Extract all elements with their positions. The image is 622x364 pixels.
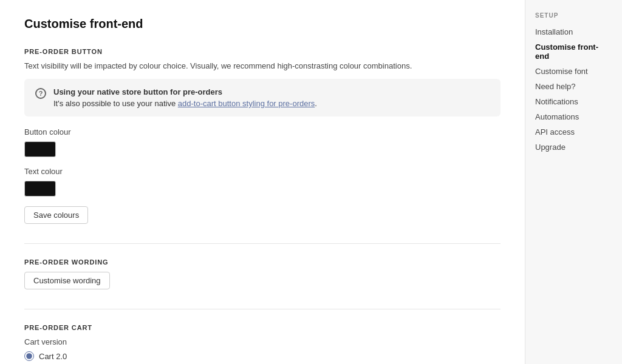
pre-order-button-description: Text visibility will be impacted by colo… bbox=[24, 61, 501, 70]
info-body-prefix: It's also possible to use your native bbox=[53, 99, 178, 108]
cart-version-label: Cart version bbox=[24, 337, 501, 346]
sidebar-link-api-access[interactable]: API access bbox=[535, 127, 612, 136]
sidebar-item-api-access[interactable]: API access bbox=[535, 127, 612, 136]
pre-order-button-section: PRE-ORDER BUTTON Text visibility will be… bbox=[24, 48, 501, 226]
pre-order-cart-label: PRE-ORDER CART bbox=[24, 324, 501, 331]
sidebar-link-upgrade[interactable]: Upgrade bbox=[535, 143, 612, 152]
pre-order-wording-label: PRE-ORDER WORDING bbox=[24, 258, 501, 266]
sidebar-link-customise-frontend[interactable]: Customise front-end bbox=[535, 42, 612, 61]
text-colour-swatch[interactable] bbox=[24, 181, 56, 197]
pre-order-cart-section: PRE-ORDER CART Cart version Cart 2.0 Ski… bbox=[24, 324, 501, 364]
divider-2 bbox=[24, 309, 501, 309]
sidebar-section-label: SETUP bbox=[535, 12, 612, 19]
sidebar-item-notifications[interactable]: Notifications bbox=[535, 97, 612, 106]
cart-2-radio[interactable] bbox=[24, 351, 34, 361]
sidebar-item-automations[interactable]: Automations bbox=[535, 112, 612, 121]
info-box-title: Using your native store button for pre-o… bbox=[53, 87, 317, 96]
sidebar-item-upgrade[interactable]: Upgrade bbox=[535, 143, 612, 152]
info-body-suffix: . bbox=[315, 99, 317, 108]
info-box-text: Using your native store button for pre-o… bbox=[53, 87, 317, 108]
cart-2-label: Cart 2.0 bbox=[39, 352, 67, 361]
main-content: Customise front-end PRE-ORDER BUTTON Tex… bbox=[0, 0, 525, 364]
button-colour-swatch[interactable] bbox=[24, 141, 56, 157]
button-colour-label: Button colour bbox=[24, 127, 501, 136]
save-colours-button[interactable]: Save colours bbox=[24, 206, 88, 224]
cart-version-radio-group: Cart 2.0 bbox=[24, 351, 501, 361]
text-colour-label: Text colour bbox=[24, 167, 501, 176]
sidebar-link-installation[interactable]: Installation bbox=[535, 27, 612, 36]
sidebar-link-customise-font[interactable]: Customise font bbox=[535, 67, 612, 76]
divider-1 bbox=[24, 243, 501, 244]
customise-wording-button[interactable]: Customise wording bbox=[24, 272, 110, 289]
sidebar-item-customise-frontend[interactable]: Customise front-end bbox=[535, 42, 612, 61]
sidebar-link-automations[interactable]: Automations bbox=[535, 112, 612, 121]
pre-order-button-label: PRE-ORDER BUTTON bbox=[24, 48, 501, 55]
sidebar-link-need-help[interactable]: Need help? bbox=[535, 82, 612, 91]
pre-order-wording-section: PRE-ORDER WORDING Customise wording bbox=[24, 258, 501, 292]
info-link[interactable]: add-to-cart button styling for pre-order… bbox=[178, 99, 315, 108]
sidebar-item-installation[interactable]: Installation bbox=[535, 27, 612, 36]
sidebar: SETUP Installation Customise front-end C… bbox=[525, 0, 622, 364]
sidebar-nav: Installation Customise front-end Customi… bbox=[535, 27, 612, 152]
info-icon: ? bbox=[35, 88, 46, 99]
sidebar-item-customise-font[interactable]: Customise font bbox=[535, 67, 612, 76]
page-title: Customise front-end bbox=[24, 17, 501, 31]
native-button-info-box: ? Using your native store button for pre… bbox=[24, 79, 501, 116]
sidebar-link-notifications[interactable]: Notifications bbox=[535, 97, 612, 106]
sidebar-item-need-help[interactable]: Need help? bbox=[535, 82, 612, 91]
cart-2-option[interactable]: Cart 2.0 bbox=[24, 351, 501, 361]
